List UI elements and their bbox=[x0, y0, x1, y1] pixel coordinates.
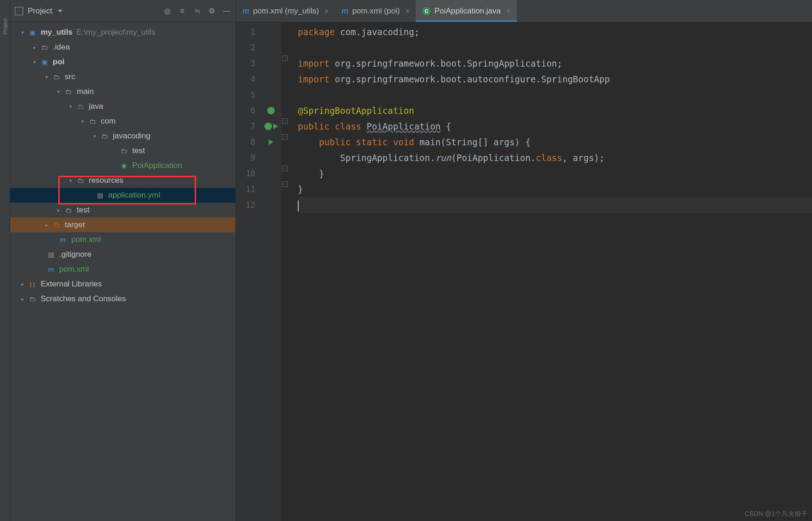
tree-node-idea[interactable]: 🗀 .idea bbox=[10, 40, 235, 55]
fold-end-icon[interactable]: ⌐ bbox=[282, 166, 288, 171]
maven-file-icon: m bbox=[46, 265, 55, 273]
node-label: poi bbox=[53, 57, 65, 67]
node-path: E:\my_project\my_utils bbox=[76, 28, 155, 37]
chevron-down-icon[interactable] bbox=[68, 104, 74, 110]
chevron-right-icon[interactable] bbox=[43, 222, 50, 228]
tree-node-external-libs[interactable]: ⫿⫿ External Libraries bbox=[10, 277, 235, 292]
tab-pom-myutils[interactable]: m pom.xml (my_utils) × bbox=[236, 0, 335, 22]
fold-icon[interactable]: − bbox=[282, 118, 288, 124]
chevron-down-icon[interactable] bbox=[80, 118, 86, 124]
code-token: } bbox=[298, 168, 324, 179]
chevron-down-icon[interactable] bbox=[19, 30, 26, 36]
code-token: run bbox=[435, 153, 451, 163]
libraries-icon: ⫿⫿ bbox=[28, 280, 37, 288]
close-icon[interactable]: × bbox=[325, 7, 329, 15]
package-icon: 🗀 bbox=[88, 117, 97, 125]
code-token: } bbox=[298, 184, 303, 194]
node-label: java bbox=[89, 102, 103, 111]
tree-node-test-dir[interactable]: 🗀 test bbox=[10, 203, 235, 217]
line-number-gutter[interactable]: 1 2 3 4 5 6 7 8 9 10 11 12 bbox=[236, 22, 261, 521]
chevron-right-icon[interactable] bbox=[19, 296, 26, 302]
resources-folder-icon: 🗀 bbox=[76, 176, 85, 185]
code-token: main(String[] args) { bbox=[414, 137, 531, 147]
chevron-right-icon[interactable] bbox=[55, 207, 62, 213]
spring-gutter-icon[interactable] bbox=[261, 103, 281, 118]
file-icon: ▤ bbox=[46, 250, 55, 259]
code-token: import bbox=[298, 74, 330, 84]
code-token: org.springframework.boot.autoconfigure. bbox=[330, 74, 541, 84]
tree-node-target[interactable]: 🗀 target bbox=[10, 217, 235, 232]
project-tab-vertical[interactable]: Project bbox=[2, 19, 8, 34]
code-token: SpringBootApp bbox=[541, 74, 610, 84]
expand-all-icon[interactable]: ≡ bbox=[178, 7, 186, 15]
maven-file-icon: m bbox=[342, 6, 349, 16]
package-icon: 🗀 bbox=[119, 147, 129, 155]
tab-label: pom.xml (poi) bbox=[352, 6, 400, 16]
tree-node-src[interactable]: 🗀 src bbox=[10, 69, 235, 84]
code-editor[interactable]: 1 2 3 4 5 6 7 8 9 10 11 12 − − − ⌐ bbox=[236, 22, 812, 521]
fold-icon[interactable]: − bbox=[282, 134, 288, 140]
chevron-right-icon[interactable] bbox=[31, 44, 38, 50]
panel-dropdown-icon[interactable] bbox=[58, 10, 62, 12]
collapse-all-icon[interactable]: ≒ bbox=[193, 7, 201, 15]
line-number: 8 bbox=[236, 134, 255, 150]
run-gutter-icon[interactable] bbox=[261, 134, 281, 150]
node-label: .gitignore bbox=[59, 250, 92, 259]
folder-icon: 🗀 bbox=[64, 87, 73, 96]
code-content[interactable]: package com.javacoding; import org.sprin… bbox=[289, 22, 812, 521]
code-token: void bbox=[393, 137, 414, 147]
tree-node-com[interactable]: 🗀 com bbox=[10, 114, 235, 129]
source-folder-icon: 🗀 bbox=[76, 102, 85, 111]
project-tree[interactable]: ▣ my_utils E:\my_project\my_utils 🗀 .ide… bbox=[10, 22, 235, 521]
scratches-icon: 🗀 bbox=[28, 295, 37, 303]
fold-icon[interactable]: − bbox=[282, 56, 288, 61]
run-gutter-icon[interactable] bbox=[261, 118, 281, 134]
chevron-down-icon[interactable] bbox=[92, 133, 98, 139]
tree-node-main[interactable]: 🗀 main bbox=[10, 84, 235, 99]
fold-gutter: − − − ⌐ ⌐ bbox=[281, 22, 289, 521]
chevron-right-icon[interactable] bbox=[19, 281, 26, 287]
close-icon[interactable]: × bbox=[406, 7, 410, 15]
tab-label: PoiApplication.java bbox=[434, 6, 501, 16]
watermark: CSDN @1个凡夫俗子 bbox=[744, 510, 807, 518]
code-token: @SpringBootApplication bbox=[298, 105, 414, 116]
folder-icon: 🗀 bbox=[64, 206, 73, 214]
tab-pom-poi[interactable]: m pom.xml (poi) × bbox=[335, 0, 416, 22]
tree-node-resources[interactable]: 🗀 resources bbox=[10, 173, 235, 188]
node-label: .idea bbox=[53, 43, 70, 52]
hide-icon[interactable]: — bbox=[222, 7, 231, 15]
editor-tabs: m pom.xml (my_utils) × m pom.xml (poi) ×… bbox=[236, 0, 812, 22]
spring-class-icon: C bbox=[422, 7, 431, 15]
chevron-down-icon[interactable] bbox=[68, 178, 74, 184]
close-icon[interactable]: × bbox=[506, 7, 511, 15]
panel-header-actions: ◎ ≡ ≒ ⚙ — bbox=[163, 7, 231, 15]
left-tool-rail[interactable]: Project bbox=[0, 0, 10, 521]
chevron-down-icon[interactable] bbox=[55, 89, 62, 95]
tree-node-poi[interactable]: ▣ poi bbox=[10, 55, 235, 69]
tab-poiapplication[interactable]: C PoiApplication.java × bbox=[416, 0, 517, 22]
tree-node-application-yml[interactable]: ▤ application.yml bbox=[10, 188, 235, 203]
node-label: test bbox=[77, 205, 89, 215]
settings-icon[interactable]: ⚙ bbox=[208, 7, 216, 15]
fold-end-icon[interactable]: ⌐ bbox=[282, 181, 288, 187]
tree-node-pom-root[interactable]: m pom.xml bbox=[10, 262, 235, 277]
tree-node-pom-poi[interactable]: m pom.xml bbox=[10, 232, 235, 247]
text-caret bbox=[298, 200, 299, 211]
tree-node-javacoding[interactable]: 🗀 javacoding bbox=[10, 129, 235, 143]
tree-node-scratches[interactable]: 🗀 Scratches and Consoles bbox=[10, 292, 235, 306]
spring-class-icon: ◉ bbox=[119, 161, 129, 170]
tree-node-java[interactable]: 🗀 java bbox=[10, 99, 235, 114]
code-token: PoiApplication bbox=[367, 121, 441, 131]
chevron-down-icon[interactable] bbox=[31, 59, 38, 65]
chevron-down-icon[interactable] bbox=[43, 74, 50, 80]
tree-node-root[interactable]: ▣ my_utils E:\my_project\my_utils bbox=[10, 25, 235, 40]
maven-file-icon: m bbox=[242, 6, 249, 16]
tree-node-test-pkg[interactable]: 🗀 test bbox=[10, 143, 235, 158]
project-panel: Project ◎ ≡ ≒ ⚙ — ▣ my_utils E:\my_proje… bbox=[10, 0, 236, 521]
tree-node-gitignore[interactable]: ▤ .gitignore bbox=[10, 247, 235, 262]
tree-node-poiapplication[interactable]: ◉ PoiApplication bbox=[10, 158, 235, 173]
line-number: 2 bbox=[236, 40, 255, 56]
excluded-folder-icon: 🗀 bbox=[52, 221, 61, 229]
locate-icon[interactable]: ◎ bbox=[163, 7, 172, 15]
panel-title: Project bbox=[28, 6, 52, 16]
